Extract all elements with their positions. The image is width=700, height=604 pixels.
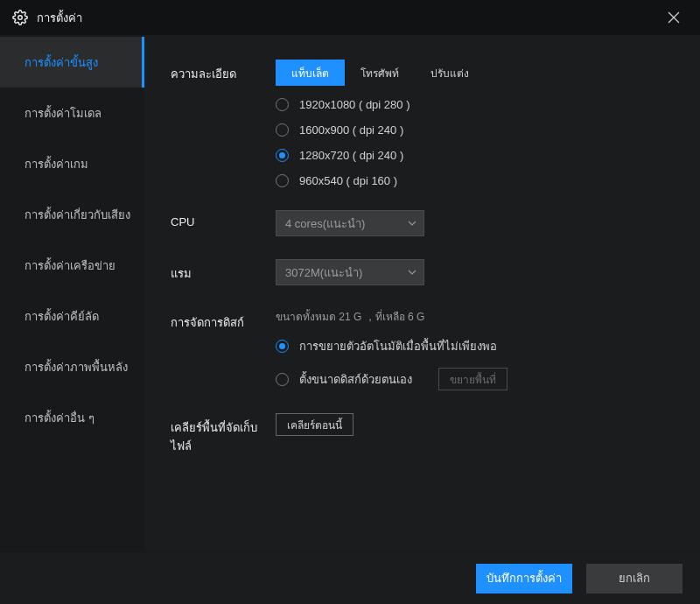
sidebar-item-advanced[interactable]: การตั้งค่าขั้นสูง: [0, 37, 144, 88]
disk-option-manual[interactable]: ตั้งขนาดดิสก์ด้วยตนเอง ขยายพื้นที่: [276, 368, 676, 390]
resolution-option[interactable]: 960x540 ( dpi 160 ): [276, 174, 676, 187]
disk-info-text: ขนาดทั้งหมด 21 G ，ที่เหลือ 6 G: [276, 308, 676, 325]
cpu-label: CPU: [171, 210, 276, 228]
radio-dot-icon: [276, 149, 289, 162]
close-button[interactable]: [660, 4, 688, 32]
resolution-label: ความละเอียด: [171, 60, 276, 83]
chevron-down-icon: [408, 221, 416, 226]
tab-custom[interactable]: ปรับแต่ง: [415, 60, 485, 86]
sidebar-item-label: การตั้งค่าขั้นสูง: [24, 53, 98, 72]
sidebar-item-network[interactable]: การตั้งค่าเครือข่าย: [0, 240, 144, 291]
resolution-option[interactable]: 1280x720 ( dpi 240 ): [276, 149, 676, 162]
clear-label: เคลียร์พื้นที่จัดเก็บไฟล์: [171, 413, 276, 455]
svg-point-0: [18, 16, 23, 20]
close-icon: [668, 11, 680, 24]
sidebar-item-label: การตั้งค่าอื่น ๆ: [24, 409, 94, 427]
cpu-select[interactable]: 4 cores(แนะนำ): [276, 210, 424, 236]
cancel-button[interactable]: ยกเลิก: [586, 564, 682, 593]
disk-option-auto[interactable]: การขยายตัวอัตโนมัติเมื่อพื้นที่ไม่เพียงพ…: [276, 337, 676, 355]
tab-tablet[interactable]: แท็บเล็ต: [276, 60, 345, 86]
radio-dot-icon: [276, 340, 289, 353]
clear-now-button[interactable]: เคลียร์ตอนนี้: [276, 413, 354, 436]
resolution-tabs: แท็บเล็ต โทรศัพท์ ปรับแต่ง: [276, 60, 676, 86]
sidebar-item-model[interactable]: การตั้งค่าโมเดล: [0, 88, 144, 138]
radio-dot-icon: [276, 98, 289, 111]
sidebar-item-other[interactable]: การตั้งค่าอื่น ๆ: [0, 392, 144, 443]
chevron-down-icon: [408, 270, 416, 275]
disk-label: การจัดการดิสก์: [171, 308, 276, 332]
sidebar-item-audio[interactable]: การตั้งค่าเกี่ยวกับเสียง: [0, 189, 144, 240]
ram-value: 3072M(แนะนำ): [285, 263, 362, 282]
radio-dot-icon: [276, 123, 289, 137]
cpu-value: 4 cores(แนะนำ): [285, 214, 365, 233]
resolution-option[interactable]: 1600x900 ( dpi 240 ): [276, 123, 676, 137]
sidebar: การตั้งค่าขั้นสูง การตั้งค่าโมเดล การตั้…: [0, 35, 144, 551]
tab-phone[interactable]: โทรศัพท์: [345, 60, 415, 86]
sidebar-item-label: การตั้งค่าเกี่ยวกับเสียง: [24, 206, 130, 224]
sidebar-item-label: การตั้งค่าคีย์ลัด: [24, 307, 99, 326]
content-panel: ความละเอียด แท็บเล็ต โทรศัพท์ ปรับแต่ง 1…: [144, 35, 700, 551]
footer: บันทึกการตั้งค่า ยกเลิก: [0, 551, 700, 604]
sidebar-item-label: การตั้งค่าเกม: [24, 155, 88, 173]
gear-icon: [12, 10, 28, 25]
window-title: การตั้งค่า: [37, 9, 82, 27]
resolution-options: 1920x1080 ( dpi 280 ) 1600x900 ( dpi 240…: [276, 98, 676, 187]
sidebar-item-shortcut[interactable]: การตั้งค่าคีย์ลัด: [0, 291, 144, 341]
titlebar: การตั้งค่า: [0, 0, 700, 35]
save-button[interactable]: บันทึกการตั้งค่า: [476, 564, 572, 593]
sidebar-item-wallpaper[interactable]: การตั้งค่าภาพพื้นหลัง: [0, 341, 144, 392]
resolution-option[interactable]: 1920x1080 ( dpi 280 ): [276, 98, 676, 111]
expand-disk-button[interactable]: ขยายพื้นที่: [438, 368, 508, 390]
radio-dot-icon: [276, 373, 289, 386]
ram-label: แรม: [171, 259, 276, 283]
sidebar-item-label: การตั้งค่าโมเดล: [24, 104, 102, 123]
ram-select[interactable]: 3072M(แนะนำ): [276, 259, 424, 285]
sidebar-item-label: การตั้งค่าเครือข่าย: [24, 256, 116, 275]
radio-dot-icon: [276, 174, 289, 187]
sidebar-item-label: การตั้งค่าภาพพื้นหลัง: [24, 358, 128, 376]
sidebar-item-game[interactable]: การตั้งค่าเกม: [0, 138, 144, 189]
